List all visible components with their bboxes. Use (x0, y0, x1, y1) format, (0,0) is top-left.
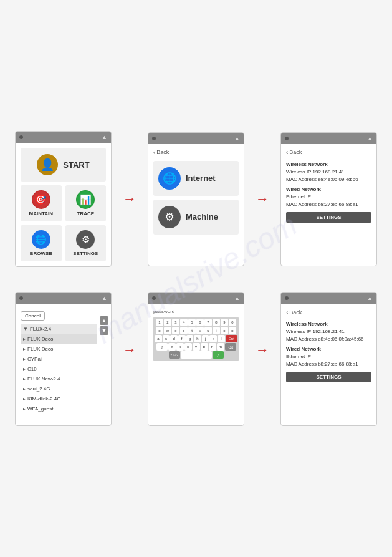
wireless-mac-label-1: MAC Address (286, 177, 317, 182)
back-button-6[interactable]: ‹ Back (286, 309, 371, 316)
key-⌫[interactable]: ⌫ (225, 343, 236, 351)
key-j[interactable]: j (202, 335, 209, 342)
key-v[interactable]: v (193, 343, 200, 351)
key-i[interactable]: i (213, 327, 220, 334)
key-a[interactable]: a (155, 335, 162, 342)
phone-header-3: ▲ (281, 133, 376, 144)
key-r[interactable]: r (180, 327, 188, 334)
key-w[interactable]: w (164, 327, 171, 334)
key-o[interactable]: o (221, 327, 228, 334)
network-info-1: Wireless Network Wireless IP 192.168.21.… (286, 161, 371, 208)
wifi-list-item[interactable]: ▼ FLUX-2.4 (21, 324, 97, 334)
status-dot-3 (285, 137, 289, 140)
screen-network-info-2: ▲ ‹ Back Wireless Network Wireless IP 19… (280, 292, 377, 426)
key-space[interactable] (181, 351, 212, 359)
wifi-list-item[interactable]: ▸ KIM-dlink-2.4G (21, 394, 97, 404)
back-label-3: Back (289, 149, 302, 155)
screen3-body: ‹ Back Wireless Network Wireless IP 192.… (281, 144, 376, 266)
back-label-2: Back (156, 149, 169, 155)
keyboard-row-3: ⇧zxcvbnm⌫ (155, 343, 237, 351)
key-d[interactable]: d (170, 335, 178, 342)
wifi-list-item[interactable]: ▸ soui_2.4G (21, 384, 97, 394)
scroll-down-button[interactable]: ▼ (100, 326, 108, 335)
key-1[interactable]: 1 (156, 319, 163, 326)
internet-button[interactable]: 🌐 Internet (153, 161, 239, 196)
key-q[interactable]: q (156, 327, 163, 334)
wifi-list-item[interactable]: ▸ C10 (21, 364, 97, 374)
key-y[interactable]: y (196, 327, 204, 334)
key-⇧[interactable]: ⇧ (156, 343, 168, 351)
wireless-ip-label-1: Wireless IP (286, 169, 311, 175)
key-z[interactable]: z (168, 343, 176, 351)
back-button-3[interactable]: ‹ Back (286, 149, 371, 156)
wireless-ip-row-2: Wireless IP 192.168.21.41 (286, 328, 371, 336)
network-info-2: Wireless Network Wireless IP 192.168.21.… (286, 321, 371, 368)
wifi-list-item[interactable]: ▸ WFA_guest (21, 404, 97, 414)
cancel-button[interactable]: Cancel (21, 311, 45, 321)
key-m[interactable]: m (217, 343, 224, 351)
key-5[interactable]: 5 (188, 319, 196, 326)
wifi-list-item[interactable]: ▸ FLUX Deco (21, 344, 97, 354)
key-p[interactable]: p (229, 327, 236, 334)
key-t[interactable]: t (188, 327, 196, 334)
key-?123[interactable]: ?123 (169, 351, 180, 359)
key-Ent[interactable]: Ent (226, 335, 237, 342)
key-3[interactable]: 3 (172, 319, 179, 326)
back-arrow-2: ‹ (153, 149, 155, 156)
settings-bar-1[interactable]: SETTINGS (286, 212, 371, 223)
settings-label: SETTINGS (73, 251, 98, 256)
key-c[interactable]: c (184, 343, 192, 351)
wifi-list-item[interactable]: ▸ FLUX New-2.4 (21, 374, 97, 384)
screen2-body: ‹ Back 🌐 Internet ⚙ Machine (148, 144, 244, 266)
key-8[interactable]: 8 (213, 319, 220, 326)
key-2[interactable]: 2 (164, 319, 171, 326)
key-g[interactable]: g (186, 335, 194, 342)
browse-button[interactable]: 🌐 BROWSE (21, 225, 62, 261)
key-0[interactable]: 0 (229, 319, 236, 326)
wireless-mac-value-1: e8:4e:06:09:4d:66 (318, 177, 358, 182)
wifi-scroll: ▲ ▼ (100, 316, 108, 335)
arrow-4: → (256, 342, 269, 358)
status-dot-2 (152, 137, 156, 140)
start-button[interactable]: 👤 START (21, 148, 106, 182)
wifi-list-item[interactable]: ▸ FLUX Deco (21, 334, 97, 344)
key-u[interactable]: u (204, 327, 212, 334)
key-6[interactable]: 6 (196, 319, 204, 326)
key-b[interactable]: b (201, 343, 208, 351)
phone-header-5: ▲ (148, 293, 244, 304)
settings-bar-2[interactable]: SETTINGS (286, 372, 371, 382)
trace-button[interactable]: 📊 TRACE (65, 185, 107, 221)
key-9[interactable]: 9 (221, 319, 228, 326)
settings-icon: ⚙ (76, 230, 95, 249)
key-e[interactable]: e (172, 327, 179, 334)
key-7[interactable]: 7 (204, 319, 212, 326)
keyboard-row-1: qwertyuiop (155, 327, 237, 334)
keyboard-row-4: ?123 ✓ (155, 351, 237, 359)
status-dot-4 (19, 296, 23, 300)
internet-icon: 🌐 (158, 167, 181, 190)
key-k[interactable]: k (209, 335, 217, 342)
key-l[interactable]: l (218, 335, 225, 342)
scroll-up-button[interactable]: ▲ (100, 316, 108, 325)
status-dot-6 (285, 296, 289, 300)
wired-title-2: Wired Network (286, 346, 371, 353)
wired-ip-row-1: Ethernet IP (286, 193, 371, 201)
key-n[interactable]: n (209, 343, 216, 351)
key-x[interactable]: x (176, 343, 184, 351)
key-h[interactable]: h (194, 335, 201, 342)
machine-button[interactable]: ⚙ Machine (153, 200, 239, 235)
arrow-3: → (123, 342, 136, 358)
maintain-label: MAINTAIN (29, 211, 53, 216)
maintain-button[interactable]: 🎯 MAINTAIN (21, 185, 62, 221)
key-✓[interactable]: ✓ (213, 351, 224, 359)
wifi-signal-icon: ▸ (23, 356, 26, 362)
wireless-mac-value-2: e8:4e:06:0f:0a:45:66 (318, 336, 363, 342)
wifi-name: KIM-dlink-2.4G (27, 396, 60, 402)
settings-button[interactable]: ⚙ SETTINGS (65, 225, 107, 261)
key-f[interactable]: f (178, 335, 186, 342)
arrow-2: → (256, 191, 269, 207)
key-4[interactable]: 4 (180, 319, 188, 326)
back-button-2[interactable]: ‹ Back (153, 149, 239, 156)
key-s[interactable]: s (163, 335, 170, 342)
wifi-list-item[interactable]: ▸ CYPai (21, 354, 97, 364)
